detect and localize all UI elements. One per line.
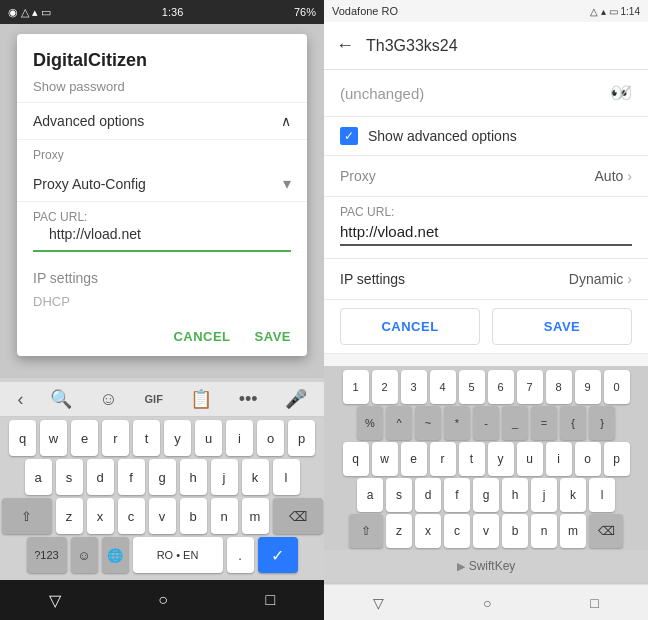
lang-key[interactable]: RO • EN <box>133 537 223 573</box>
key-a[interactable]: a <box>25 459 52 495</box>
r-key-j[interactable]: j <box>531 478 557 512</box>
key-u[interactable]: u <box>195 420 222 456</box>
r-key-d[interactable]: d <box>415 478 441 512</box>
save-button-right[interactable]: SAVE <box>492 308 632 345</box>
key-e[interactable]: e <box>71 420 98 456</box>
r-key-c[interactable]: c <box>444 514 470 548</box>
r-key-2[interactable]: 2 <box>372 370 398 404</box>
mic-icon[interactable]: 🎤 <box>285 388 307 410</box>
home-nav-icon[interactable]: ○ <box>158 591 168 609</box>
key-l[interactable]: l <box>273 459 300 495</box>
globe-key[interactable]: 🌐 <box>102 537 129 573</box>
recents-nav-icon-right[interactable]: □ <box>590 595 598 611</box>
r-key-5[interactable]: 5 <box>459 370 485 404</box>
key-j[interactable]: j <box>211 459 238 495</box>
r-key-q[interactable]: q <box>343 442 369 476</box>
r-backspace-key[interactable]: ⌫ <box>589 514 623 548</box>
key-k[interactable]: k <box>242 459 269 495</box>
r-key-m[interactable]: m <box>560 514 586 548</box>
shift-key[interactable]: ⇧ <box>2 498 52 534</box>
key-r[interactable]: r <box>102 420 129 456</box>
r-key-l[interactable]: l <box>589 478 615 512</box>
r-key-h[interactable]: h <box>502 478 528 512</box>
r-key-g[interactable]: g <box>473 478 499 512</box>
r-key-1[interactable]: 1 <box>343 370 369 404</box>
password-field-row[interactable]: (unchanged) 👀̸ <box>324 70 648 117</box>
key-x[interactable]: x <box>87 498 114 534</box>
r-key-6[interactable]: 6 <box>488 370 514 404</box>
r-key-w[interactable]: w <box>372 442 398 476</box>
r-key-0[interactable]: 0 <box>604 370 630 404</box>
r-key-4[interactable]: 4 <box>430 370 456 404</box>
key-p[interactable]: p <box>288 420 315 456</box>
key-t[interactable]: t <box>133 420 160 456</box>
save-button[interactable]: SAVE <box>255 329 291 344</box>
r-key-a[interactable]: a <box>357 478 383 512</box>
back-button[interactable]: ← <box>336 35 354 56</box>
back-nav-icon[interactable]: ▽ <box>49 591 61 610</box>
key-s[interactable]: s <box>56 459 83 495</box>
key-v[interactable]: v <box>149 498 176 534</box>
r-key-u[interactable]: u <box>517 442 543 476</box>
key-c[interactable]: c <box>118 498 145 534</box>
more-icon[interactable]: ••• <box>239 389 258 410</box>
r-key-s[interactable]: s <box>386 478 412 512</box>
key-f[interactable]: f <box>118 459 145 495</box>
period-key[interactable]: . <box>227 537 254 573</box>
r-key-y[interactable]: y <box>488 442 514 476</box>
num-switch-key[interactable]: ?123 <box>27 537 67 573</box>
key-d[interactable]: d <box>87 459 114 495</box>
r-key-7[interactable]: 7 <box>517 370 543 404</box>
r-key-z[interactable]: z <box>386 514 412 548</box>
key-m[interactable]: m <box>242 498 269 534</box>
r-key-i[interactable]: i <box>546 442 572 476</box>
emoji-key[interactable]: ☺ <box>71 537 98 573</box>
r-key-8[interactable]: 8 <box>546 370 572 404</box>
cancel-button-right[interactable]: CANCEL <box>340 308 480 345</box>
ip-settings-row[interactable]: IP settings Dynamic › <box>324 259 648 300</box>
key-i[interactable]: i <box>226 420 253 456</box>
key-y[interactable]: y <box>164 420 191 456</box>
r-key-3[interactable]: 3 <box>401 370 427 404</box>
emoji-icon[interactable]: ☺ <box>99 389 117 410</box>
back-nav-icon-right[interactable]: ▽ <box>373 595 384 611</box>
r-key-b[interactable]: b <box>502 514 528 548</box>
key-o[interactable]: o <box>257 420 284 456</box>
r-key-caret[interactable]: ^ <box>386 406 412 440</box>
enter-key[interactable]: ✓ <box>258 537 298 573</box>
r-key-f[interactable]: f <box>444 478 470 512</box>
r-key-v[interactable]: v <box>473 514 499 548</box>
r-key-k[interactable]: k <box>560 478 586 512</box>
r-key-t[interactable]: t <box>459 442 485 476</box>
r-key-9[interactable]: 9 <box>575 370 601 404</box>
r-key-open-brace[interactable]: { <box>560 406 586 440</box>
r-key-star[interactable]: * <box>444 406 470 440</box>
gif-icon[interactable]: GIF <box>145 393 163 405</box>
r-key-percent[interactable]: % <box>357 406 383 440</box>
clipboard-icon[interactable]: 📋 <box>190 388 212 410</box>
r-key-minus[interactable]: - <box>473 406 499 440</box>
home-nav-icon-right[interactable]: ○ <box>483 595 491 611</box>
advanced-checkbox[interactable]: ✓ <box>340 127 358 145</box>
pac-url-value[interactable]: http://vload.net <box>49 226 275 242</box>
cancel-button[interactable]: CANCEL <box>173 329 230 344</box>
r-key-x[interactable]: x <box>415 514 441 548</box>
key-h[interactable]: h <box>180 459 207 495</box>
plus-row[interactable]: + <box>324 354 648 366</box>
key-g[interactable]: g <box>149 459 176 495</box>
show-advanced-row[interactable]: ✓ Show advanced options <box>324 117 648 156</box>
r-key-equals[interactable]: = <box>531 406 557 440</box>
backspace-key[interactable]: ⌫ <box>273 498 323 534</box>
search-icon[interactable]: 🔍 <box>50 388 72 410</box>
recents-nav-icon[interactable]: □ <box>266 591 276 609</box>
r-key-tilde[interactable]: ~ <box>415 406 441 440</box>
r-key-r[interactable]: r <box>430 442 456 476</box>
back-icon[interactable]: ‹ <box>17 389 23 410</box>
key-w[interactable]: w <box>40 420 67 456</box>
key-b[interactable]: b <box>180 498 207 534</box>
key-n[interactable]: n <box>211 498 238 534</box>
r-shift-key[interactable]: ⇧ <box>349 514 383 548</box>
key-z[interactable]: z <box>56 498 83 534</box>
r-key-n[interactable]: n <box>531 514 557 548</box>
r-key-p[interactable]: p <box>604 442 630 476</box>
